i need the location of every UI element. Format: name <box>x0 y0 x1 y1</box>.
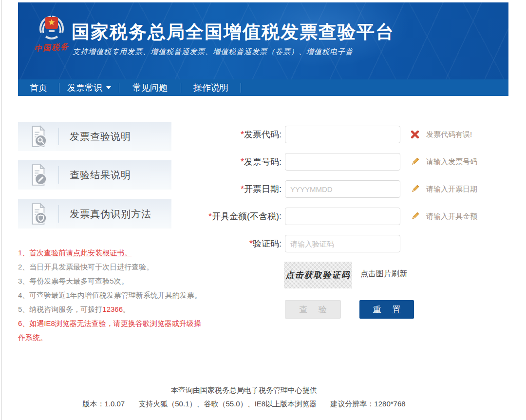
form-row-captcha: *验证码: <box>205 235 400 252</box>
nav-item-faq[interactable]: 常见问题 <box>119 79 181 96</box>
amount-input[interactable] <box>285 208 400 225</box>
sidebar-item-label: 查验结果说明 <box>70 169 131 182</box>
install-root-certificate-link[interactable]: 首次查验前请点此安装根证书。 <box>29 248 132 257</box>
captcha-input[interactable] <box>285 235 400 252</box>
footer-version-info: 版本：1.0.07 支持火狐（50.1）、谷歌（55.0）、IE8以上版本浏览器… <box>0 400 488 409</box>
invoice-code-input[interactable] <box>285 126 400 143</box>
invoice-date-hint: 请输入开票日期 <box>426 185 477 194</box>
doc-search-icon <box>29 125 48 148</box>
invoice-code-error-hint: 发票代码有误! <box>426 130 472 139</box>
nav-item-label: 首页 <box>30 82 47 94</box>
note-item-6: 6、如遇IE8浏览器无法查验，请更换谷歌浏览器或升级操作系统。 <box>18 316 207 344</box>
note-item-1: 1、首次查验前请点此安装根证书。 <box>18 246 207 260</box>
tax-bureau-logo: 中国税务 <box>28 11 75 53</box>
sidebar-item-result-explanation[interactable]: 查验结果说明 <box>18 160 171 190</box>
page-title: 国家税务总局全国增值税发票查验平台 <box>72 20 394 44</box>
notes-list: 1、首次查验前请点此安装根证书。 2、当日开具发票最快可于次日进行查验。 3、每… <box>18 246 207 344</box>
nav-item-label: 操作说明 <box>193 82 228 94</box>
form-row-amount: *开具金额(不含税): 请输入开具金额 <box>205 208 477 225</box>
divider <box>58 205 59 223</box>
invoice-number-input[interactable] <box>285 153 400 171</box>
invoice-number-hint: 请输入发票号码 <box>426 157 477 167</box>
reset-button[interactable]: 重 置 <box>359 300 414 319</box>
note-item-5: 5、纳税咨询服务，可拨打12366。 <box>18 302 207 316</box>
form-row-invoice-date: *开票日期: 请输入开票日期 <box>205 180 477 198</box>
note-item-3: 3、每份发票每天最多可查验5次。 <box>18 274 207 288</box>
divider <box>58 166 59 184</box>
invoice-date-label: *开票日期: <box>205 183 285 195</box>
hotline-number: 12366 <box>102 305 123 313</box>
nav-item-home[interactable]: 首页 <box>18 79 59 96</box>
page-subtitle: 支持增值税专用发票、增值税普通发票、增值税普通发票（卷票）、增值税电子普 <box>73 47 353 57</box>
nav-item-invoice-knowledge[interactable]: 发票常识 <box>59 79 119 96</box>
form-row-invoice-number: *发票号码: 请输入发票号码 <box>205 153 477 171</box>
nav-item-label: 常见问题 <box>132 82 168 94</box>
doc-edit-icon <box>29 164 48 186</box>
note-item-2: 2、当日开具发票最快可于次日进行查验。 <box>18 260 207 274</box>
main-nav: 首页 发票常识 常见问题 操作说明 <box>18 79 508 96</box>
captcha-refresh-hint: 点击图片刷新 <box>360 262 407 288</box>
site-banner: 中国税务 国家税务总局全国增值税发票查验平台 支持增值税专用发票、增值税普通发票… <box>18 2 508 79</box>
nav-separator <box>241 83 241 93</box>
footer-version: 版本：1.0.07 <box>82 400 125 408</box>
divider <box>58 128 59 145</box>
chevron-down-icon <box>106 86 111 89</box>
page-edge-line <box>1 0 2 420</box>
pencil-icon <box>410 211 420 221</box>
sidebar-item-check-instructions[interactable]: 发票查验说明 <box>18 122 171 151</box>
check-button[interactable]: 查 验 <box>285 300 341 319</box>
sidebar-item-label: 发票真伪识别方法 <box>70 208 151 221</box>
invoice-code-label: *发票代码: <box>205 129 285 140</box>
nav-item-label: 发票常识 <box>67 82 102 94</box>
note-item-4: 4、可查验最近1年内增值税发票管理新系统开具的发票。 <box>18 288 207 302</box>
captcha-label: *验证码: <box>205 238 285 249</box>
logo-text: 中国税务 <box>28 41 75 55</box>
national-tax-emblem-icon <box>35 11 68 42</box>
captcha-image[interactable]: 点击获取验证码 <box>284 262 352 288</box>
error-x-icon <box>410 130 420 139</box>
pencil-icon <box>410 184 420 194</box>
doc-shield-icon <box>29 203 48 225</box>
footer-provider: 本查询由国家税务总局电子税务管理中心提供 <box>0 386 488 395</box>
footer-resolution: 建议分辨率：1280*768 <box>330 400 405 408</box>
invoice-number-label: *发票号码: <box>205 156 285 168</box>
sidebar-item-authenticity-methods[interactable]: 发票真伪识别方法 <box>18 199 171 229</box>
pencil-icon <box>410 157 420 167</box>
footer-browser-support: 支持火狐（50.1）、谷歌（55.0）、IE8以上版本浏览器 <box>138 400 317 408</box>
amount-label: *开具金额(不含税): <box>205 210 285 222</box>
amount-hint: 请输入开具金额 <box>426 212 477 221</box>
sidebar-item-label: 发票查验说明 <box>70 130 131 143</box>
form-row-invoice-code: *发票代码: 发票代码有误! <box>205 126 472 143</box>
nav-item-instructions[interactable]: 操作说明 <box>181 79 241 96</box>
invoice-date-input[interactable] <box>285 180 400 198</box>
